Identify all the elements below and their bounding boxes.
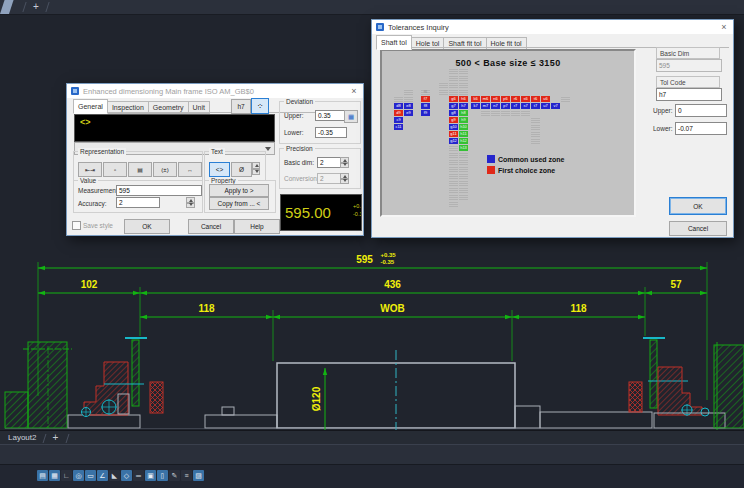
- tol-zone-cell[interactable]: u6: [541, 96, 550, 102]
- tol-zone-cell[interactable]: [449, 82, 458, 88]
- cancel-button[interactable]: Cancel: [669, 221, 727, 236]
- tol-zone-cell[interactable]: [449, 201, 458, 207]
- tol-zone-cell[interactable]: [449, 180, 458, 186]
- close-icon[interactable]: ×: [718, 22, 730, 32]
- tol-zone-cell[interactable]: g6: [449, 96, 458, 102]
- tol-zone-cell[interactable]: [459, 166, 468, 172]
- tol-zone-cell[interactable]: r7: [511, 103, 520, 109]
- tol-zone-cell[interactable]: [459, 180, 468, 186]
- cancel-button[interactable]: Cancel: [188, 219, 234, 234]
- tol-zone-cell[interactable]: m6: [481, 96, 490, 102]
- tol-zone-cell[interactable]: [459, 89, 468, 95]
- representation-button-3[interactable]: (±): [153, 162, 177, 177]
- tol-zone-cell[interactable]: [531, 117, 540, 123]
- tol-zone-cell[interactable]: g11: [449, 131, 458, 137]
- new-drawing-tab-button[interactable]: +: [30, 1, 42, 13]
- save-style-checkbox[interactable]: [72, 221, 81, 230]
- tol-zone-cell[interactable]: h7: [459, 103, 468, 109]
- tol-zone-cell[interactable]: [449, 145, 458, 151]
- tol-zone-cell[interactable]: [481, 110, 490, 116]
- status-toggle-6[interactable]: ◣: [109, 470, 120, 481]
- tol-zone-cell[interactable]: [449, 75, 458, 81]
- tol-zone-cell[interactable]: f6: [421, 89, 430, 95]
- tol-zone-cell[interactable]: g9: [449, 117, 458, 123]
- status-toggle-9[interactable]: ▣: [145, 470, 156, 481]
- tol-zone-cell[interactable]: [459, 173, 468, 179]
- tol-zone-cell[interactable]: s6: [521, 96, 530, 102]
- tol-zone-cell[interactable]: [459, 194, 468, 200]
- tol-zone-cell[interactable]: r6: [511, 96, 520, 102]
- copy-from-button[interactable]: Copy from ... <: [209, 197, 269, 210]
- tol-zone-cell[interactable]: n6: [491, 96, 500, 102]
- basic-dim-stepper[interactable]: [340, 157, 349, 168]
- text-button-0[interactable]: <>: [209, 162, 230, 177]
- status-toggle-0[interactable]: ▤: [37, 470, 48, 481]
- command-line-area[interactable]: [0, 444, 744, 465]
- tol-zone-cell[interactable]: [459, 159, 468, 165]
- tol-zone-cell[interactable]: s7: [521, 103, 530, 109]
- tol-zone-cell[interactable]: h11: [459, 131, 468, 137]
- lower-field[interactable]: -0.07: [675, 122, 727, 135]
- tol-zone-cell[interactable]: [449, 89, 458, 95]
- accuracy-field[interactable]: 2: [116, 197, 160, 208]
- close-icon[interactable]: ×: [348, 86, 360, 96]
- tol-zone-cell[interactable]: [459, 152, 468, 158]
- status-toggle-4[interactable]: ▭: [85, 470, 96, 481]
- tol-zone-cell[interactable]: f9: [421, 110, 430, 116]
- status-toggle-5[interactable]: ∠: [97, 470, 108, 481]
- tol-zone-cell[interactable]: e8: [404, 103, 413, 109]
- tol-zone-cell[interactable]: [449, 152, 458, 158]
- representation-button-4[interactable]: ↔: [178, 162, 202, 177]
- upper-deviation-field[interactable]: 0.35: [315, 110, 347, 121]
- tol-zone-cell[interactable]: [459, 68, 468, 74]
- new-layout-button[interactable]: +: [49, 432, 61, 444]
- tol-zone-cell[interactable]: v7: [551, 103, 560, 109]
- tol-zone-cell[interactable]: [501, 110, 510, 116]
- tol-zone-cell[interactable]: h9: [459, 117, 468, 123]
- tol-zone-cell[interactable]: [531, 124, 540, 130]
- tolerance-grid-icon[interactable]: ⁘: [251, 98, 269, 114]
- tol-zone-cell[interactable]: [439, 82, 448, 88]
- tol-zone-cell[interactable]: [561, 96, 570, 102]
- ok-button[interactable]: OK: [124, 219, 170, 234]
- tol-zone-cell[interactable]: [511, 110, 520, 116]
- tol-zone-cell[interactable]: [491, 110, 500, 116]
- tol-zone-cell[interactable]: g7: [449, 103, 458, 109]
- tol-zone-cell[interactable]: f8: [421, 103, 430, 109]
- tol-zone-cell[interactable]: [459, 75, 468, 81]
- tol-zone-cell[interactable]: g8: [449, 110, 458, 116]
- tol-zone-cell[interactable]: u7: [541, 103, 550, 109]
- tol-zone-cell[interactable]: m7: [481, 103, 490, 109]
- tol-zone-cell[interactable]: k7: [471, 103, 480, 109]
- tol-zone-cell[interactable]: p6: [501, 96, 510, 102]
- lower-deviation-field[interactable]: -0.35: [315, 127, 347, 138]
- tol-zone-cell[interactable]: f7: [421, 96, 430, 102]
- status-toggle-10[interactable]: ▯: [157, 470, 168, 481]
- apply-to-button[interactable]: Apply to >: [209, 184, 269, 197]
- tol-zone-cell[interactable]: [531, 138, 540, 144]
- tolerance-code-button[interactable]: h7: [231, 99, 251, 114]
- file-tab-partial[interactable]: [0, 0, 14, 14]
- tol-zone-cell[interactable]: h6: [459, 96, 468, 102]
- tol-zone-cell[interactable]: e9: [404, 110, 413, 116]
- help-button[interactable]: Help: [234, 219, 280, 234]
- status-toggle-1[interactable]: ▦: [49, 470, 60, 481]
- tol-zone-cell[interactable]: [449, 194, 458, 200]
- text-button-1[interactable]: Ø: [231, 162, 252, 177]
- tol-zone-cell[interactable]: [439, 89, 448, 95]
- upper-field[interactable]: 0: [675, 104, 727, 117]
- text-spinner[interactable]: [252, 162, 260, 175]
- status-toggle-7[interactable]: ◇: [121, 470, 132, 481]
- tol-zone-cell[interactable]: [449, 173, 458, 179]
- tab-general[interactable]: General: [73, 99, 108, 114]
- tol-zone-cell[interactable]: p7: [501, 103, 510, 109]
- tol-zone-cell[interactable]: [404, 96, 413, 102]
- tol-zone-cell[interactable]: n7: [491, 103, 500, 109]
- deviation-table-icon[interactable]: ▦: [344, 110, 358, 123]
- tab-shaft-tol[interactable]: Shaft tol: [376, 35, 412, 50]
- tol-zone-cell[interactable]: g12: [449, 138, 458, 144]
- tol-zone-cell[interactable]: [459, 82, 468, 88]
- tol-zone-cell[interactable]: k6: [471, 96, 480, 102]
- tol-zone-cell[interactable]: g10: [449, 124, 458, 130]
- tol-zone-cell[interactable]: t7: [531, 103, 540, 109]
